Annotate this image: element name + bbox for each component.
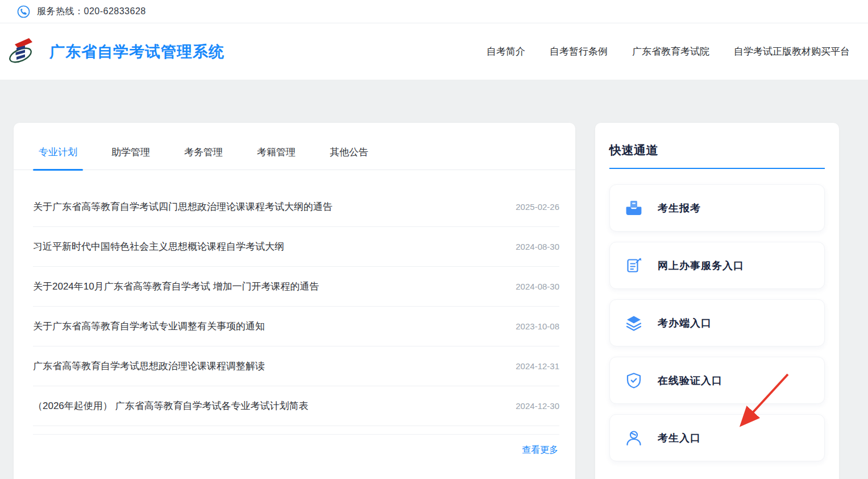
announcement-date: 2024-12-30 xyxy=(516,401,559,411)
topbar: 服务热线：020-62833628 xyxy=(0,0,868,23)
site-logo-icon xyxy=(9,36,35,69)
quick-item-exam-office[interactable]: 考办端入口 xyxy=(609,299,825,346)
page-title: 广东省自学考试管理系统 xyxy=(49,42,225,62)
announcement-title[interactable]: 广东省高等教育自学考试思想政治理论课课程调整解读 xyxy=(33,360,276,373)
document-edit-icon xyxy=(625,257,642,274)
hotline-label: 服务热线： xyxy=(37,6,84,16)
quick-channel-header: 快速通道 xyxy=(609,142,825,169)
announcement-title[interactable]: 关于广东省高等教育自学考试专业调整有关事项的通知 xyxy=(33,320,276,333)
hotline-text: 服务热线：020-62833628 xyxy=(37,6,146,18)
announcement-list: 关于广东省高等教育自学考试四门思想政治理论课课程考试大纲的通告 2025-02-… xyxy=(14,170,575,456)
quick-item-candidate-entrance[interactable]: 考生入口 xyxy=(609,414,825,461)
announcement-row[interactable]: 习近平新时代中国特色社会主义思想概论课程自学考试大纲 2024-08-30 xyxy=(33,227,559,267)
view-more-link[interactable]: 查看更多 xyxy=(522,444,558,456)
quick-item-label: 考生报考 xyxy=(658,201,701,215)
tab-other-notices[interactable]: 其他公告 xyxy=(324,146,374,170)
main-content: 专业计划 助学管理 考务管理 考籍管理 其他公告 关于广东省高等教育自学考试四门… xyxy=(0,123,868,479)
quick-item-online-verification[interactable]: 在线验证入口 xyxy=(609,357,825,404)
announcement-row[interactable]: 关于广东省高等教育自学考试专业调整有关事项的通知 2023-10-08 xyxy=(33,307,559,346)
announcement-date: 2025-02-26 xyxy=(516,202,559,212)
tab-exam-records[interactable]: 考籍管理 xyxy=(251,146,301,170)
quick-item-candidate-register[interactable]: 考生报考 xyxy=(609,184,825,232)
announcement-title[interactable]: 关于广东省高等教育自学考试四门思想政治理论课课程考试大纲的通告 xyxy=(33,200,344,213)
nav-link-regulations[interactable]: 自考暂行条例 xyxy=(550,45,608,58)
quick-channel-title: 快速通道 xyxy=(609,143,658,156)
tab-study-support[interactable]: 助学管理 xyxy=(106,146,156,170)
tab-exam-affairs[interactable]: 考务管理 xyxy=(178,146,229,170)
quick-channel-card: 快速通道 考生报考 xyxy=(595,123,839,479)
phone-icon xyxy=(17,5,30,18)
layers-icon xyxy=(625,315,642,332)
announcement-date: 2024-12-31 xyxy=(516,361,559,371)
announcement-footer: 查看更多 xyxy=(33,435,559,456)
announcement-date: 2024-08-30 xyxy=(516,242,559,251)
announcement-tabs: 专业计划 助学管理 考务管理 考籍管理 其他公告 xyxy=(14,123,575,170)
announcement-row[interactable]: 关于2024年10月广东省高等教育自学考试 增加一门开考课程的通告 2024-0… xyxy=(33,267,559,307)
announcements-card: 专业计划 助学管理 考务管理 考籍管理 其他公告 关于广东省高等教育自学考试四门… xyxy=(14,123,575,479)
shield-check-icon xyxy=(625,372,642,389)
hotline-number: 020-62833628 xyxy=(84,6,146,16)
user-icon xyxy=(625,430,642,447)
announcement-date: 2024-08-30 xyxy=(516,282,559,291)
announcement-title[interactable]: 关于2024年10月广东省高等教育自学考试 增加一门开考课程的通告 xyxy=(33,280,330,293)
quick-item-online-services[interactable]: 网上办事服务入口 xyxy=(609,242,825,289)
announcement-row[interactable]: 关于广东省高等教育自学考试四门思想政治理论课课程考试大纲的通告 2025-02-… xyxy=(33,187,559,227)
quick-channel-list: 考生报考 网上办事服务入口 xyxy=(609,184,825,461)
quick-item-label: 考生入口 xyxy=(658,431,701,445)
announcement-date: 2023-10-08 xyxy=(516,321,559,331)
announcement-title[interactable]: 习近平新时代中国特色社会主义思想概论课程自学考试大纲 xyxy=(33,240,296,253)
empty-row-divider xyxy=(33,426,559,435)
announcement-title[interactable]: （2026年起使用） 广东省高等教育自学考试各专业考试计划简表 xyxy=(33,399,320,412)
nav-link-exam-authority[interactable]: 广东省教育考试院 xyxy=(632,45,709,58)
site-header: 广东省自学考试管理系统 自考简介 自考暂行条例 广东省教育考试院 自学考试正版教… xyxy=(0,23,868,80)
quick-item-label: 考办端入口 xyxy=(658,316,712,330)
nav-link-textbook-platform[interactable]: 自学考试正版教材购买平台 xyxy=(734,45,850,58)
quick-item-label: 在线验证入口 xyxy=(658,374,722,387)
quick-item-label: 网上办事服务入口 xyxy=(658,259,744,272)
announcement-row[interactable]: 广东省高等教育自学考试思想政治理论课课程调整解读 2024-12-31 xyxy=(33,346,559,386)
nav-link-intro[interactable]: 自考简介 xyxy=(487,45,525,58)
inbox-mail-icon xyxy=(625,200,642,217)
announcement-row[interactable]: （2026年起使用） 广东省高等教育自学考试各专业考试计划简表 2024-12-… xyxy=(33,386,559,426)
tab-major-plan[interactable]: 专业计划 xyxy=(33,146,83,170)
header-nav: 自考简介 自考暂行条例 广东省教育考试院 自学考试正版教材购买平台 xyxy=(487,45,850,58)
